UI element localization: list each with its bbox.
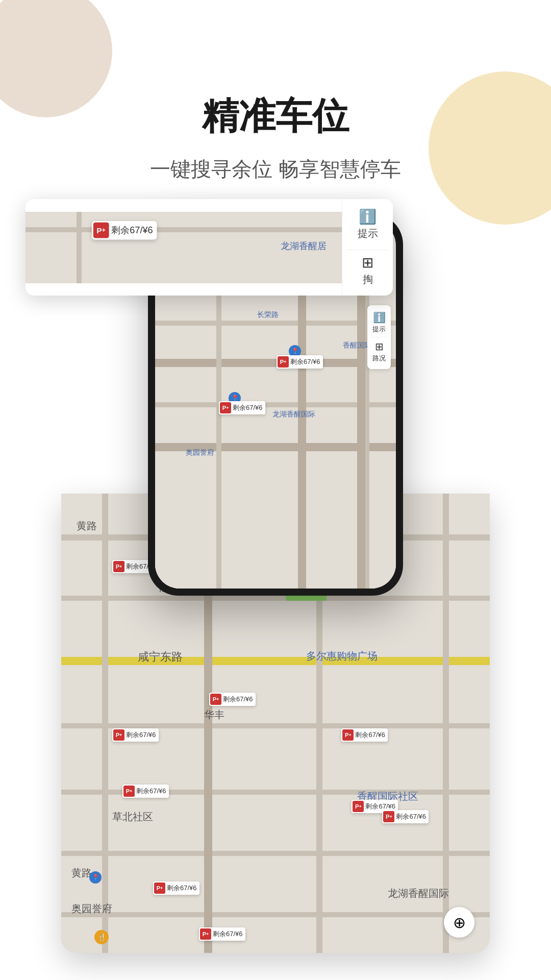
map-label-longhuxiangxing: 龙湖香醒国际: [272, 410, 315, 419]
b-parking-text-9: 剩余67/¥6: [167, 884, 197, 893]
bottom-road-h4: [61, 723, 490, 728]
bottom-parking-9[interactable]: P+ 剩余67/¥6: [153, 881, 199, 895]
popup-tool-hint[interactable]: ℹ️ 提示: [356, 204, 380, 244]
location-icon: ⊕: [453, 914, 466, 932]
b-parking-text-10: 剩余67/¥6: [213, 929, 243, 939]
b-parking-icon-10: P+: [200, 928, 211, 940]
popup-tool-map[interactable]: ⊞ 掏: [347, 250, 388, 290]
map-label-aoyuan: 奥园誉府: [186, 448, 214, 457]
popup-hint-icon: ℹ️: [359, 208, 377, 225]
popup-side-tools: ℹ️ 提示 ⊞ 掏: [342, 199, 393, 296]
b-parking-icon-5: P+: [342, 729, 354, 741]
road-label-xianning: 咸宁东路: [138, 649, 183, 665]
header-section: 精准车位 一键搜寻余位 畅享智慧停车: [0, 0, 551, 214]
road-label-aoyuan2: 奥园誉府: [71, 902, 112, 916]
road-label-huafeng: 华丰: [204, 708, 224, 722]
popup-parking-text: 剩余67/¥6: [111, 224, 153, 236]
bottom-parking-3[interactable]: P+ 剩余67/¥6: [209, 693, 256, 706]
parking-marker-1[interactable]: P+ 剩余67/¥6: [277, 355, 323, 369]
b-parking-icon-4: P+: [113, 729, 124, 741]
b-parking-icon-3: P+: [210, 694, 221, 705]
parking-text-2: 剩余67/¥6: [233, 403, 263, 412]
b-parking-icon-9: P+: [154, 883, 165, 894]
road-label-duoer: 多尔惠购物广场: [306, 649, 378, 663]
road-v4: [357, 280, 365, 589]
hint-icon: ℹ️: [373, 311, 386, 324]
hint-label: 提示: [372, 325, 386, 334]
parking-text-1: 剩余67/¥6: [290, 357, 320, 366]
bottom-road-h7: [61, 912, 490, 917]
road-v1: [216, 280, 221, 589]
page-title: 精准车位: [0, 92, 551, 141]
traffic-icon: ⊞: [375, 340, 384, 353]
b-parking-text-8: 剩余67/¥6: [396, 812, 426, 821]
popup-map-label2: 掏: [363, 273, 373, 286]
popup-parking-icon: P+: [93, 222, 109, 238]
b-parking-icon-6: P+: [123, 786, 135, 797]
parking-icon-2: P+: [220, 402, 231, 413]
road-label-longhub: 龙湖香醒国际: [388, 887, 449, 900]
blue-pin-bottom-2: 📍: [89, 871, 102, 884]
popup-map-label: 龙湖香醒居: [281, 240, 327, 252]
page-subtitle: 一键搜寻余位 畅享智慧停车: [0, 155, 551, 183]
b-parking-icon-8: P+: [383, 811, 394, 822]
b-parking-text-5: 剩余67/¥6: [355, 730, 385, 740]
traffic-label: 路况: [372, 354, 386, 363]
map-area[interactable]: 华丰园 长荣路 香醒国际社区 龙湖香醒国际 奥园誉府 📍 📍 P+ 剩余67/¥…: [155, 280, 396, 589]
road-label-huang2: 黄路: [71, 866, 92, 880]
bottom-parking-10[interactable]: P+ 剩余67/¥6: [199, 927, 245, 941]
bottom-road-h2: [61, 596, 490, 601]
bottom-road-h6: [61, 851, 490, 856]
bottom-parking-4[interactable]: P+ 剩余67/¥6: [112, 728, 159, 742]
popup-map-icon: ⊞: [362, 254, 373, 271]
bottom-road-yellow: [61, 657, 490, 665]
bottom-parking-6[interactable]: P+ 剩余67/¥6: [122, 785, 169, 798]
popup-card: P+ 剩余67/¥6 龙湖香醒居 ℹ️ 提示 ⊞ 掏: [26, 199, 393, 296]
parking-icon-1: P+: [278, 356, 289, 368]
popup-parking-marker[interactable]: P+ 剩余67/¥6: [92, 221, 157, 239]
popup-map-preview: P+ 剩余67/¥6 龙湖香醒居: [26, 212, 342, 283]
orange-pin: 🍴: [94, 930, 109, 944]
b-parking-icon-7: P+: [353, 801, 364, 812]
map-label-changronglu: 长荣路: [257, 310, 279, 320]
tool-hint[interactable]: ℹ️ 提示: [370, 308, 388, 337]
b-parking-text-3: 剩余67/¥6: [223, 695, 253, 704]
tool-traffic[interactable]: ⊞ 路况: [370, 337, 388, 366]
road-v2: [298, 280, 306, 589]
popup-hint-label: 提示: [358, 227, 378, 240]
bottom-parking-8[interactable]: P+ 剩余67/¥6: [382, 810, 429, 823]
parking-marker-2[interactable]: P+ 剩余67/¥6: [219, 401, 265, 414]
side-tools: ℹ️ 提示 ⊞ 路况: [367, 305, 391, 369]
bottom-parking-5[interactable]: P+ 剩余67/¥6: [341, 728, 388, 742]
location-button[interactable]: ⊕: [444, 907, 474, 938]
b-parking-text-6: 剩余67/¥6: [136, 787, 166, 796]
road-label-caobei: 草北社区: [112, 810, 153, 824]
b-parking-text-4: 剩余67/¥6: [126, 730, 156, 740]
